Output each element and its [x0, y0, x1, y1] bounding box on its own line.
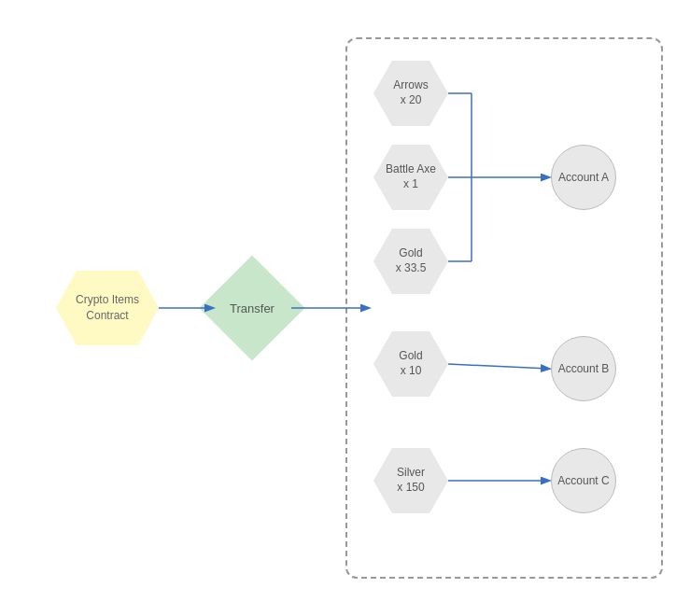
contract-label: Crypto Items Contract: [56, 292, 159, 324]
diagram: Crypto Items Contract Transfer Arrowsx 2…: [0, 0, 690, 616]
account-c: Account C: [551, 448, 616, 513]
transfer-label: Transfer: [215, 271, 289, 345]
contract-node: Crypto Items Contract: [56, 271, 159, 345]
account-b: Account B: [551, 336, 616, 401]
account-a: Account A: [551, 145, 616, 210]
